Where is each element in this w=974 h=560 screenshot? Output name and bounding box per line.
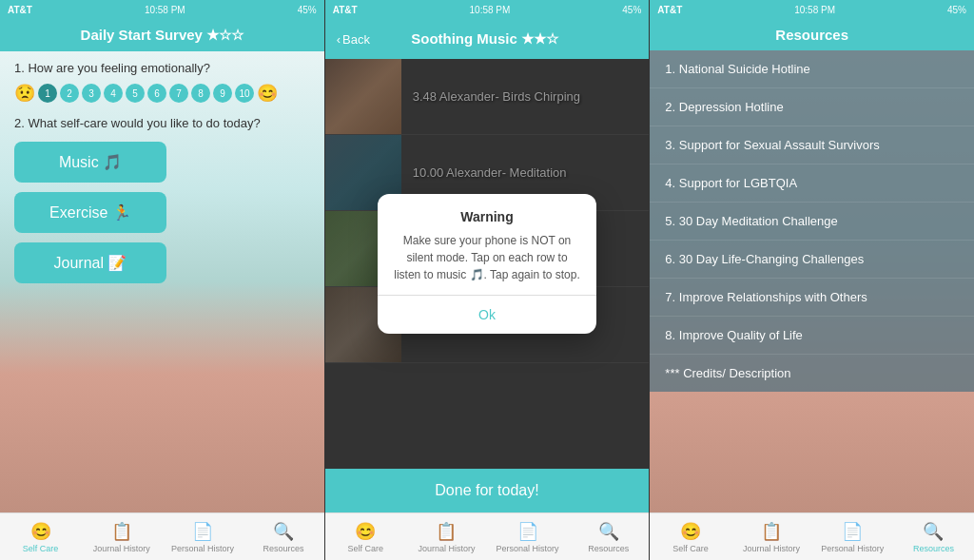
tab-bar-1: 😊 Self Care 📋 Journal History 📄 Personal… [0, 512, 324, 560]
rating-2[interactable]: 2 [60, 84, 79, 103]
screen1-header: Daily Start Survey ★☆☆ [0, 19, 324, 51]
question1-label: 1. How are you feeling emotionally? [14, 61, 310, 75]
status-carrier-2: AT&T [333, 5, 358, 15]
phone-screen2: AT&T 10:58 PM 45% ‹ Back Soothing Music … [325, 0, 650, 560]
tab-resources-3[interactable]: 🔍 Resources [893, 521, 974, 553]
rating-7[interactable]: 7 [169, 84, 188, 103]
resources-icon-1: 🔍 [273, 521, 294, 542]
journal-history-icon-3: 📋 [761, 521, 782, 542]
resource-item-2[interactable]: 3. Support for Sexual Assault Survivors [650, 126, 974, 164]
resource-item-5[interactable]: 6. 30 Day Life-Changing Challenges [650, 241, 974, 279]
happy-emoji: 😊 [257, 83, 278, 104]
status-bar-3: AT&T 10:58 PM 45% [650, 0, 974, 19]
resource-item-1[interactable]: 2. Depression Hotline [650, 88, 974, 126]
screen2-title: Soothing Music ★★☆ [370, 30, 599, 48]
back-label: Back [342, 32, 370, 47]
resource-credits[interactable]: *** Credits/ Description [650, 355, 974, 392]
screen1-content: 1. How are you feeling emotionally? 😟 1 … [0, 51, 324, 512]
exercise-button[interactable]: Exercise 🏃 [14, 192, 166, 233]
tab-bar-3: 😊 Self Care 📋 Journal History 📄 Personal… [650, 512, 974, 560]
resources-icon-2: 🔍 [598, 521, 619, 542]
selfcare-icon-3: 😊 [680, 521, 701, 542]
tab-selfcare-1[interactable]: 😊 Self Care [0, 521, 81, 553]
question2-label: 2. What self-care would you like to do t… [14, 115, 310, 132]
tab-journal-label-2: Journal History [418, 544, 475, 553]
rating-5[interactable]: 5 [126, 84, 145, 103]
dialog-overlay: Warning Make sure your phone is NOT on s… [325, 59, 650, 469]
journal-history-icon-1: 📋 [111, 521, 132, 542]
tab-resources-label-1: Resources [263, 544, 304, 553]
status-time-2: 10:58 PM [470, 5, 511, 15]
resource-item-7[interactable]: 8. Improve Quality of Life [650, 317, 974, 355]
phone-screen1: AT&T 10:58 PM 45% Daily Start Survey ★☆☆… [0, 0, 324, 560]
tab-personal-history-1[interactable]: 📄 Personal History [162, 521, 243, 553]
status-carrier-1: AT&T [8, 5, 32, 15]
resources-list: 1. National Suicide Hotline 2. Depressio… [650, 50, 974, 512]
done-button[interactable]: Done for today! [325, 469, 650, 512]
rating-3[interactable]: 3 [82, 84, 101, 103]
screen1-overlay: 1. How are you feeling emotionally? 😟 1 … [0, 51, 324, 512]
rating-1[interactable]: 1 [38, 84, 57, 103]
rating-6[interactable]: 6 [147, 84, 166, 103]
dialog-content: Warning Make sure your phone is NOT on s… [378, 194, 596, 283]
tab-journal-label-3: Journal History [743, 544, 800, 553]
resources-icon-3: 🔍 [923, 521, 944, 542]
status-time-3: 10:58 PM [794, 5, 835, 15]
screen3-content: 1. National Suicide Hotline 2. Depressio… [650, 50, 974, 512]
status-battery-3: 45% [947, 5, 966, 15]
rating-9[interactable]: 9 [213, 84, 232, 103]
status-battery-1: 45% [298, 5, 317, 15]
dialog-title: Warning [393, 209, 581, 224]
dialog-ok-button[interactable]: Ok [378, 296, 596, 334]
tab-selfcare-label-3: Self Care [672, 544, 709, 553]
tab-selfcare-2[interactable]: 😊 Self Care [325, 521, 406, 553]
personal-history-icon-2: 📄 [517, 521, 538, 542]
tab-personal-history-3[interactable]: 📄 Personal History [812, 521, 893, 553]
tab-selfcare-3[interactable]: 😊 Self Care [650, 521, 730, 553]
screen2-header-bar: ‹ Back Soothing Music ★★☆ [325, 19, 650, 59]
dialog-text: Make sure your phone is NOT on silent mo… [393, 232, 581, 283]
rating-10[interactable]: 10 [235, 84, 254, 103]
sad-emoji: 😟 [14, 83, 35, 104]
status-bar-2: AT&T 10:58 PM 45% [325, 0, 650, 19]
journal-button[interactable]: Journal 📝 [14, 242, 166, 283]
personal-history-icon-1: 📄 [192, 521, 213, 542]
music-button[interactable]: Music 🎵 [14, 142, 166, 183]
status-time-1: 10:58 PM [145, 5, 185, 15]
tab-journal-history-3[interactable]: 📋 Journal History [731, 521, 812, 553]
tab-resources-1[interactable]: 🔍 Resources [244, 521, 324, 553]
back-chevron-icon: ‹ [337, 32, 341, 47]
rating-4[interactable]: 4 [104, 84, 123, 103]
rating-8[interactable]: 8 [191, 84, 210, 103]
rating-row: 😟 1 2 3 4 5 6 7 8 9 10 😊 [14, 83, 310, 104]
resource-item-3[interactable]: 4. Support for LGBTQIA [650, 164, 974, 203]
tab-selfcare-label-1: Self Care [23, 544, 59, 553]
selfcare-icon-1: 😊 [30, 521, 51, 542]
warning-dialog: Warning Make sure your phone is NOT on s… [378, 194, 596, 334]
tab-journal-history-1[interactable]: 📋 Journal History [81, 521, 162, 553]
status-bar-1: AT&T 10:58 PM 45% [0, 0, 324, 19]
selfcare-icon-2: 😊 [355, 521, 376, 542]
tab-personal-label-1: Personal History [171, 544, 234, 553]
phone-screen3: AT&T 10:58 PM 45% Resources 1. National … [650, 0, 974, 560]
tab-resources-label-3: Resources [913, 544, 954, 553]
tab-journal-history-2[interactable]: 📋 Journal History [406, 521, 487, 553]
tab-personal-history-2[interactable]: 📄 Personal History [487, 521, 568, 553]
journal-history-icon-2: 📋 [436, 521, 457, 542]
status-battery-2: 45% [622, 5, 641, 15]
tab-personal-label-2: Personal History [497, 544, 559, 553]
tab-journal-label-1: Journal History [93, 544, 150, 553]
personal-history-icon-3: 📄 [842, 521, 863, 542]
resource-item-0[interactable]: 1. National Suicide Hotline [650, 50, 974, 88]
tab-bar-2: 😊 Self Care 📋 Journal History 📄 Personal… [325, 512, 650, 560]
tab-selfcare-label-2: Self Care [347, 544, 383, 553]
screen3-header: Resources [650, 19, 974, 50]
resource-item-4[interactable]: 5. 30 Day Meditation Challenge [650, 203, 974, 241]
tab-resources-2[interactable]: 🔍 Resources [568, 521, 649, 553]
back-button[interactable]: ‹ Back [337, 32, 370, 47]
status-carrier-3: AT&T [657, 5, 682, 15]
screen2-content: 3.48 Alexander- Birds Chirping 10.00 Ale… [325, 59, 650, 469]
tab-personal-label-3: Personal History [821, 544, 884, 553]
tab-resources-label-2: Resources [588, 544, 629, 553]
resource-item-6[interactable]: 7. Improve Relationships with Others [650, 279, 974, 317]
